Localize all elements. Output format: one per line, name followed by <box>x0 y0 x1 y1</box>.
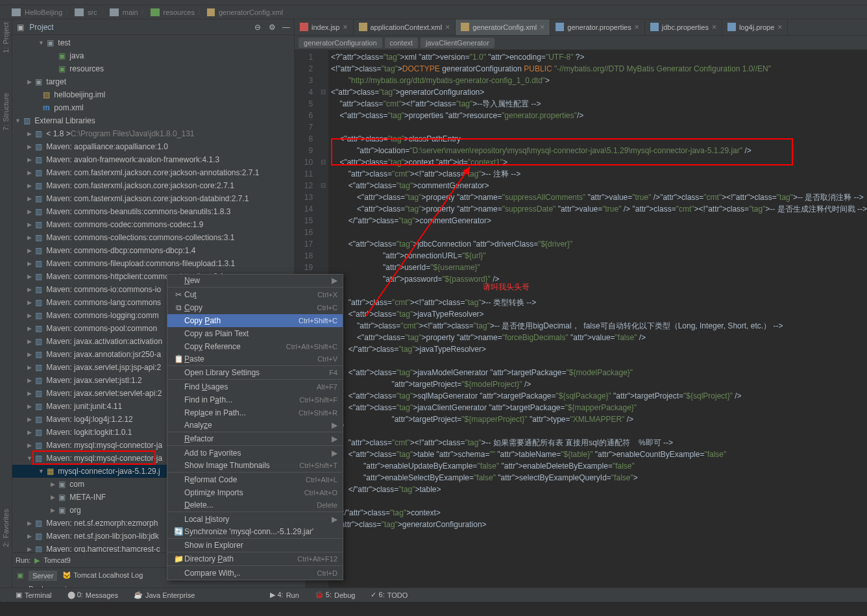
run-tool-button[interactable]: ▶ 4: Run <box>266 589 302 600</box>
tree-row[interactable]: ▤hellobeijing.iml <box>12 88 294 101</box>
favorites-tool-button[interactable]: 2:Favorites <box>2 509 10 548</box>
tree-row[interactable]: ▶▥Maven: com.fasterxml.jackson.core:jack… <box>12 166 294 179</box>
file-icon <box>461 23 469 31</box>
close-icon[interactable]: × <box>777 23 782 32</box>
menu-item-optimize[interactable]: Optimize ImportsCtrl+Alt+O <box>167 486 343 499</box>
close-icon[interactable]: × <box>635 23 639 32</box>
editor-tab[interactable]: applicationContext.xml× <box>354 19 456 35</box>
javaee-tool-button[interactable]: ☕ Java Enterprise <box>130 589 199 600</box>
editor-breadcrumbs[interactable]: generatorConfiguration context javaClien… <box>295 36 867 50</box>
editor-tab[interactable]: generator.properties× <box>550 19 644 35</box>
structure-tool-button[interactable]: 7:Structure <box>2 93 10 132</box>
server-tab[interactable]: Server <box>29 571 57 581</box>
close-icon[interactable]: × <box>445 23 450 32</box>
tree-row[interactable]: ▣resources <box>12 62 294 75</box>
todo-tool-button[interactable]: ✓ 6: TODO <box>367 589 411 600</box>
editor-tab[interactable]: generatorConfig.xml× <box>456 19 550 35</box>
menu-item-cut[interactable]: ✂CutCtrl+X <box>167 288 343 301</box>
context-menu: New▶✂CutCtrl+X⧉CopyCtrl+CCopy PathCtrl+S… <box>167 274 343 580</box>
editor-tab[interactable]: jdbc.properties× <box>645 19 722 35</box>
file-icon <box>300 23 308 31</box>
file-icon <box>727 23 736 31</box>
menu-item-paste[interactable]: 📋PasteCtrl+V <box>167 353 343 366</box>
file-icon <box>650 23 659 31</box>
tree-row[interactable]: ▼▣test <box>12 36 294 49</box>
project-label: Project <box>29 23 53 32</box>
code-editor[interactable]: 1234567891011121314151617181920212223242… <box>295 50 867 602</box>
menu-item-replaceInPath[interactable]: Replace in Path...Ctrl+Shift+R <box>167 406 343 419</box>
gear-icon[interactable]: ⚙ <box>267 22 277 32</box>
menu-item-copyRef[interactable]: Copy ReferenceCtrl+Alt+Shift+C <box>167 340 343 353</box>
editor-tab[interactable]: log4j.prope× <box>722 19 788 35</box>
messages-tool-button[interactable]: ⬤ 0: Messages <box>64 589 122 600</box>
file-icon <box>359 23 367 31</box>
close-icon[interactable]: × <box>343 23 347 32</box>
tree-row[interactable]: ▶▥< 1.8 > C:\Program Files\Java\jdk1.8.0… <box>12 127 294 140</box>
tree-row[interactable]: ▶▥Maven: commons-collections:commons-col… <box>12 231 294 244</box>
menu-item-sync[interactable]: 🔄Synchronize 'mysql-conn...-5.1.29.jar' <box>167 526 343 539</box>
play-icon[interactable]: ▣ <box>17 571 23 580</box>
menu-item-showExp[interactable]: Show in Explorer <box>167 539 343 552</box>
menu-item-copyPath[interactable]: Copy PathCtrl+Shift+C <box>167 314 343 327</box>
menu-item-copyPlain[interactable]: Copy as Plain Text <box>167 327 343 340</box>
left-tool-rail: 1:Project 7:Structure 2:Favorites Web <box>0 19 12 602</box>
tree-row[interactable]: ▶▥Maven: commons-dbcp:commons-dbcp:1.4 <box>12 244 294 257</box>
tree-row[interactable]: ▶▥Maven: commons-codec:commons-codec:1.9 <box>12 218 294 231</box>
tree-row[interactable]: ▶▥Maven: commons-fileupload:commons-file… <box>12 257 294 270</box>
menu-item-addFav[interactable]: Add to Favorites▶ <box>167 447 343 460</box>
bottom-tool-rail: ▣ Terminal ⬤ 0: Messages ☕ Java Enterpri… <box>0 587 867 602</box>
tree-row[interactable]: ▼▥External Libraries <box>12 114 294 127</box>
menu-item-copy[interactable]: ⧉CopyCtrl+C <box>167 301 343 314</box>
file-icon <box>556 23 564 31</box>
close-icon[interactable]: × <box>540 23 544 32</box>
editor-area: index.jsp×applicationContext.xml×generat… <box>295 19 867 602</box>
debug-tool-button[interactable]: 🐞 5: Debug <box>311 589 360 600</box>
tree-row[interactable]: mpom.xml <box>12 101 294 114</box>
project-tool-button[interactable]: 1:Project <box>2 22 10 54</box>
menu-item-showThumb[interactable]: Show Image ThumbnailsCtrl+Shift+T <box>167 460 343 473</box>
tree-row[interactable]: ▶▥Maven: avalon-framework:avalon-framewo… <box>12 153 294 166</box>
menu-item-openLib[interactable]: Open Library SettingsF4 <box>167 367 343 380</box>
menu-item-dirPath[interactable]: 📁Directory PathCtrl+Alt+F12 <box>167 553 343 566</box>
menu-item-compare[interactable]: Compare With...Ctrl+D <box>167 567 343 580</box>
folder-icon <box>12 8 21 16</box>
menu-item-findInPath[interactable]: Find in Path...Ctrl+Shift+F <box>167 393 343 406</box>
tree-row[interactable]: ▶▣target <box>12 75 294 88</box>
terminal-tool-button[interactable]: ▣ Terminal <box>12 589 56 600</box>
menu-item-localHist[interactable]: Local History▶ <box>167 513 343 526</box>
project-icon: ▣ <box>15 22 25 32</box>
menu-item-analyze[interactable]: Analyze▶ <box>167 419 343 432</box>
menu-item-new[interactable]: New▶ <box>167 275 343 288</box>
tree-row[interactable]: ▶▥Maven: com.fasterxml.jackson.core:jack… <box>12 192 294 205</box>
tree-row[interactable]: ▣java <box>12 49 294 62</box>
breadcrumb: HelloBeijing〉 src〉 main〉 resources〉 gene… <box>0 5 867 19</box>
close-icon[interactable]: × <box>712 23 716 32</box>
editor-tabs: index.jsp×applicationContext.xml×generat… <box>295 19 867 36</box>
tree-row[interactable]: ▶▥Maven: aopalliance:aopalliance:1.0 <box>12 140 294 153</box>
tree-row[interactable]: ▶▥Maven: com.fasterxml.jackson.core:jack… <box>12 179 294 192</box>
menu-item-refactor[interactable]: Refactor▶ <box>167 433 343 446</box>
menu-item-findUsages[interactable]: Find UsagesAlt+F7 <box>167 380 343 393</box>
menu-item-delete[interactable]: Delete...Delete <box>167 499 343 512</box>
editor-tab[interactable]: index.jsp× <box>295 19 353 35</box>
hide-icon[interactable]: — <box>281 22 291 32</box>
tomcat-log-tab[interactable]: 🐱 Tomcat Localhost Log <box>62 571 143 580</box>
collapse-icon[interactable]: ⊖ <box>252 22 263 32</box>
tree-row[interactable]: ▶▥Maven: commons-beanutils:commons-beanu… <box>12 205 294 218</box>
menu-item-reformat[interactable]: Reformat CodeCtrl+Alt+L <box>167 473 343 486</box>
